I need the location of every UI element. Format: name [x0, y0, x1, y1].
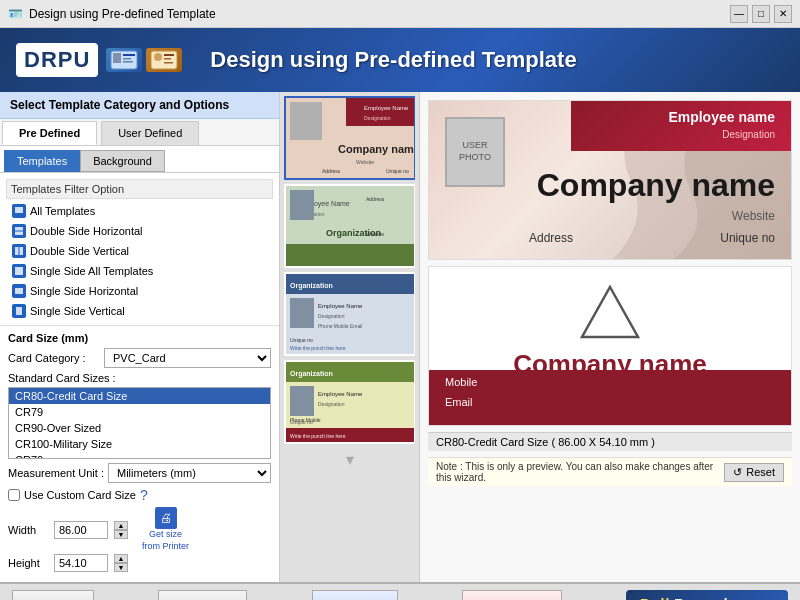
thumb-item-2[interactable]: Employee Name Designation Address Organi… — [284, 184, 415, 268]
reset-label: Reset — [746, 466, 775, 478]
card-category-row: Card Category : PVC_Card — [8, 348, 271, 368]
thumb-item-1[interactable]: Employee Name Designation Company name W… — [284, 96, 415, 180]
filter-double-vertical[interactable]: Double Side Vertical — [6, 241, 273, 261]
tab-userdefined[interactable]: User Defined — [101, 121, 199, 145]
size-item-cr90[interactable]: CR90-Over Sized — [9, 420, 270, 436]
phone-label: Phone — [445, 354, 477, 374]
tab-background[interactable]: Background — [80, 150, 165, 172]
user-photo-label: USERPHOTO — [459, 140, 491, 163]
title-bar-text: Design using Pre-defined Template — [29, 7, 216, 21]
card-address: Address — [529, 231, 573, 245]
close-button[interactable]: ✕ — [774, 5, 792, 23]
left-panel: Select Template Category and Options Pre… — [0, 92, 280, 582]
standard-sizes-label: Standard Card Sizes : — [8, 372, 271, 384]
tab-templates[interactable]: Templates — [4, 150, 80, 172]
large-preview: Employee name Designation USERPHOTO Comp… — [420, 92, 800, 582]
svg-rect-19 — [346, 98, 414, 126]
note-row: Note : This is only a preview. You can a… — [428, 457, 792, 486]
cancel-button[interactable]: ✕ Cancel — [462, 590, 561, 601]
custom-size-label: Use Custom Card Size — [24, 489, 136, 501]
measurement-select[interactable]: Milimeters (mm) — [108, 463, 271, 483]
measurement-label: Measurement Unit : — [8, 467, 104, 479]
maximize-button[interactable]: □ — [752, 5, 770, 23]
card-size-status: CR80-Credit Card Size ( 86.00 X 54.10 mm… — [436, 436, 655, 448]
main-layout: Select Template Category and Options Pre… — [0, 92, 800, 582]
filter-icon-dh — [12, 224, 26, 238]
svg-rect-3 — [123, 58, 131, 60]
brand-dotcom: .com — [737, 596, 774, 600]
category-tabs: Pre Defined User Defined — [0, 119, 279, 146]
width-input[interactable] — [54, 521, 108, 539]
thumb-item-3[interactable]: Organization Employee Name Designation P… — [284, 272, 415, 356]
svg-rect-11 — [15, 227, 23, 231]
svg-rect-32 — [290, 190, 314, 220]
height-input[interactable] — [54, 554, 108, 572]
filter-icon-all — [12, 204, 26, 218]
svg-rect-20 — [290, 102, 322, 140]
filter-single-all[interactable]: Single Side All Templates — [6, 261, 273, 281]
card-designation: Designation — [722, 129, 775, 140]
svg-rect-10 — [15, 207, 23, 213]
height-up-button[interactable]: ▲ — [114, 554, 128, 563]
scroll-indicator: ▾ — [284, 450, 415, 469]
svg-rect-28 — [286, 244, 414, 266]
svg-rect-38 — [290, 298, 314, 328]
size-item-cr80[interactable]: CR80-Credit Card Size — [9, 388, 270, 404]
size-list[interactable]: CR80-Credit Card Size CR79 CR90-Over Siz… — [8, 387, 271, 459]
reset-button[interactable]: ↺ Reset — [724, 463, 784, 482]
get-size-button[interactable]: Get sizefrom Printer — [142, 529, 189, 552]
svg-rect-16 — [15, 288, 23, 294]
svg-point-6 — [154, 53, 162, 61]
svg-text:Address: Address — [322, 168, 341, 174]
svg-rect-4 — [123, 61, 133, 63]
header-title: Design using Pre-defined Template — [210, 47, 576, 73]
back-button[interactable]: ◄ Back — [158, 590, 248, 601]
reset-icon: ↺ — [733, 466, 742, 479]
title-bar-left: 🪪 Design using Pre-defined Template — [8, 7, 216, 21]
width-up-button[interactable]: ▲ — [114, 521, 128, 530]
width-label: Width — [8, 524, 48, 536]
mobile-label: Mobile — [445, 373, 477, 393]
svg-text:Organization: Organization — [290, 282, 333, 290]
filter-all-templates[interactable]: All Templates — [6, 201, 273, 221]
size-item-cr70[interactable]: CR70 — [9, 452, 270, 459]
note-text: Note : This is only a preview. You can a… — [436, 461, 724, 483]
card-category-label: Card Category : — [8, 352, 98, 364]
printer-icon: 🖨 — [155, 507, 177, 529]
filter-single-horizontal[interactable]: Single Side Horizontal — [6, 281, 273, 301]
card-category-select[interactable]: PVC_Card — [104, 348, 271, 368]
svg-text:Employee Name: Employee Name — [318, 303, 363, 309]
svg-text:Unique no: Unique no — [386, 168, 409, 174]
svg-rect-17 — [16, 307, 22, 315]
custom-size-checkbox[interactable] — [8, 489, 20, 501]
app-icon: 🪪 — [8, 7, 23, 21]
thumb-item-4[interactable]: Organization Employee Name Designation U… — [284, 360, 415, 444]
height-label: Height — [8, 557, 48, 569]
card-company-name: Company name — [537, 167, 775, 204]
minimize-button[interactable]: — — [730, 5, 748, 23]
svg-rect-47 — [290, 386, 314, 416]
back-label: ◄ Back — [179, 597, 227, 601]
next-button[interactable]: Next ► — [312, 590, 399, 601]
card-back-bar: Phone Mobile Email — [429, 370, 791, 425]
title-bar-controls[interactable]: — □ ✕ — [730, 5, 792, 23]
preview-area: Employee Name Designation Company name W… — [280, 92, 800, 582]
filter-double-horizontal[interactable]: Double Side Horizontal — [6, 221, 273, 241]
brand-bulk: Bulk — [640, 596, 674, 600]
size-item-cr79[interactable]: CR79 — [9, 404, 270, 420]
tab-predefined[interactable]: Pre Defined — [2, 121, 97, 145]
help-button[interactable]: ? Help — [12, 590, 94, 601]
svg-text:Address: Address — [366, 196, 385, 202]
svg-text:Designation: Designation — [364, 115, 391, 121]
filter-title: Templates Filter Option — [6, 179, 273, 199]
size-item-cr100[interactable]: CR100-Military Size — [9, 436, 270, 452]
help-icon[interactable]: ? — [140, 487, 148, 503]
filter-single-vertical[interactable]: Single Side Vertical — [6, 301, 273, 321]
width-down-button[interactable]: ▼ — [114, 530, 128, 539]
filter-icon-sa — [12, 264, 26, 278]
card-user-photo: USERPHOTO — [445, 117, 505, 187]
get-size-container: 🖨 Get sizefrom Printer — [142, 507, 189, 552]
height-down-button[interactable]: ▼ — [114, 563, 128, 572]
next-label: Next ► — [333, 597, 378, 601]
svg-text:Write the punch line here: Write the punch line here — [290, 433, 346, 439]
